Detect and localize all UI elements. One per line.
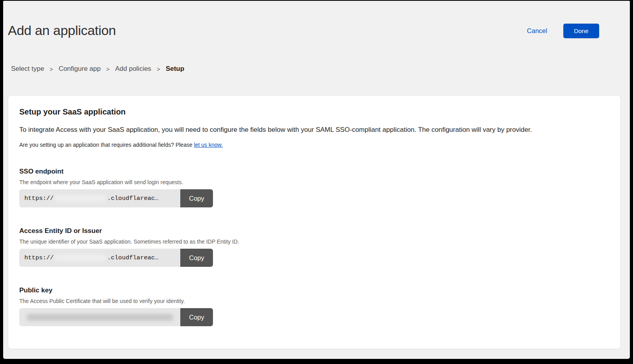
sso-endpoint-value-row: https:// .cloudflareac… Copy: [19, 189, 213, 207]
breadcrumb-separator: >: [157, 66, 160, 72]
page-header: Add an application Cancel Done: [3, 1, 630, 38]
field-description: The Access Public Certificate that will …: [19, 298, 609, 304]
public-key-value-row: Copy: [19, 308, 213, 326]
field-label: Public key: [19, 286, 609, 294]
value-prefix: https://: [24, 195, 54, 202]
entity-id-value[interactable]: https:// .cloudflareac…: [19, 249, 180, 267]
card-note: Are you setting up an application that r…: [19, 142, 609, 148]
breadcrumb-separator: >: [106, 66, 110, 72]
breadcrumb-select-type[interactable]: Select type: [11, 65, 44, 73]
breadcrumb-separator: >: [50, 66, 53, 72]
value-suffix: .cloudflareac…: [107, 195, 158, 202]
header-actions: Cancel Done: [527, 24, 599, 38]
public-key-value[interactable]: [19, 308, 180, 326]
entity-id-value-row: https:// .cloudflareac… Copy: [19, 249, 213, 267]
value-suffix: .cloudflareac…: [107, 254, 158, 261]
field-description: The endpoint where your SaaS application…: [19, 179, 609, 185]
let-us-know-link[interactable]: let us know.: [194, 142, 223, 148]
breadcrumb-setup-active: Setup: [166, 65, 184, 73]
copy-sso-endpoint-button[interactable]: Copy: [180, 189, 213, 207]
breadcrumb-add-policies[interactable]: Add policies: [115, 65, 151, 73]
field-label: Access Entity ID or Issuer: [19, 227, 609, 235]
sso-endpoint-value[interactable]: https:// .cloudflareac…: [19, 189, 180, 207]
redacted-value-blur: [27, 314, 173, 321]
field-public-key: Public key The Access Public Certificate…: [19, 286, 609, 326]
copy-entity-id-button[interactable]: Copy: [180, 249, 213, 267]
redacted-value-blur: [54, 255, 106, 261]
cancel-button[interactable]: Cancel: [527, 27, 547, 35]
page-title: Add an application: [8, 23, 116, 38]
breadcrumb: Select type > Configure app > Add polici…: [11, 65, 630, 73]
copy-public-key-button[interactable]: Copy: [180, 308, 213, 326]
setup-card: Setup your SaaS application To integrate…: [8, 95, 621, 349]
card-intro-text: To integrate Access with your SaaS appli…: [19, 126, 609, 134]
note-text: Are you setting up an application that r…: [19, 142, 194, 148]
breadcrumb-configure-app[interactable]: Configure app: [59, 65, 101, 73]
field-access-entity-id: Access Entity ID or Issuer The unique id…: [19, 227, 609, 267]
done-button[interactable]: Done: [563, 24, 599, 38]
field-sso-endpoint: SSO endpoint The endpoint where your Saa…: [19, 168, 609, 207]
app-window: Add an application Cancel Done Select ty…: [3, 1, 630, 359]
value-prefix: https://: [24, 254, 54, 261]
card-heading: Setup your SaaS application: [19, 107, 609, 116]
field-description: The unique identifier of your SaaS appli…: [19, 238, 609, 245]
field-label: SSO endpoint: [19, 168, 609, 176]
redacted-value-blur: [54, 195, 106, 202]
